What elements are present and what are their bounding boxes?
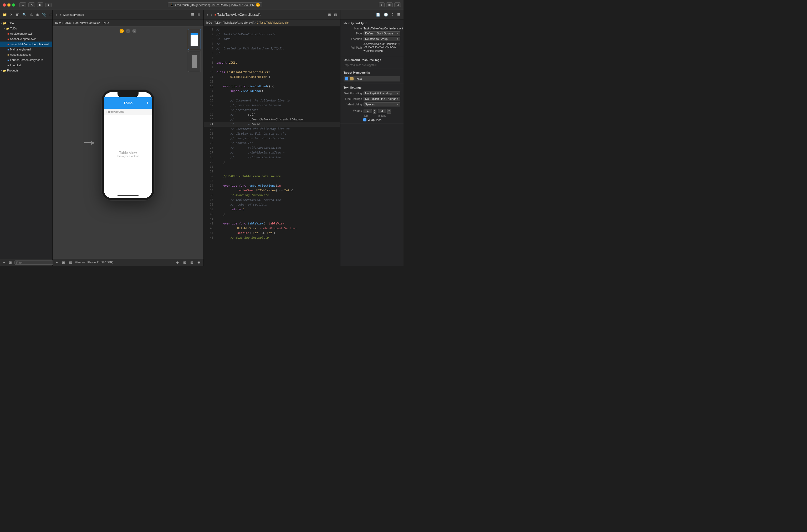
bc-todo3[interactable]: ToDo bbox=[102, 21, 109, 24]
location-dropdown[interactable]: Relative to Group ▼ bbox=[364, 37, 400, 41]
run-button[interactable]: ▶ bbox=[37, 2, 43, 7]
more-inspector-btn[interactable]: ☰ bbox=[396, 12, 401, 17]
editor-mode-btn[interactable]: ☰ bbox=[190, 12, 195, 17]
line-content: // .rightBarButtonItem = bbox=[216, 150, 284, 155]
storyboard-breadcrumb: Main.storyboard bbox=[63, 13, 189, 16]
editor-options-btn[interactable]: ⊟ bbox=[333, 12, 338, 17]
type-dropdown[interactable]: Default - Swift Source ▼ bbox=[364, 31, 400, 36]
add-file-button[interactable]: + bbox=[2, 260, 6, 265]
quick-help-btn[interactable]: ? bbox=[391, 12, 395, 17]
target-checkbox[interactable]: ✓ bbox=[345, 77, 348, 80]
line-number: 31 bbox=[206, 169, 213, 174]
code-bc-todo[interactable]: ToDo bbox=[206, 21, 212, 24]
version-control-btn[interactable]: ⊞ bbox=[8, 260, 13, 265]
source-control-btn[interactable]: ✕ bbox=[9, 12, 14, 17]
close-button[interactable] bbox=[3, 3, 6, 6]
tree-launch-storyboard[interactable]: ■ LaunchScreen.storyboard bbox=[0, 57, 52, 62]
nav-forward-btn[interactable]: › bbox=[59, 12, 62, 17]
file-inspector-btn[interactable]: 📄 bbox=[375, 12, 381, 17]
editor-split-btn[interactable]: ⊞ bbox=[327, 12, 332, 17]
scheme-button[interactable]: ✕ bbox=[28, 2, 35, 7]
tree-info-plist[interactable]: ■ Info.plist bbox=[0, 62, 52, 68]
location-dropdown-value: Relative to Group bbox=[365, 37, 388, 40]
titlebar: ☰ ✕ ▶ ■ 📱 iPod touch (7th generation) To… bbox=[0, 0, 404, 10]
tree-main-storyboard[interactable]: ■ Main.storyboard bbox=[0, 47, 52, 52]
test-btn[interactable]: ◉ bbox=[35, 12, 40, 17]
error-indicator[interactable]: ✕ bbox=[132, 29, 136, 33]
debug-btn[interactable]: 📎 bbox=[41, 12, 47, 17]
warning-indicator[interactable]: ⚠ bbox=[120, 29, 124, 33]
canvas-area[interactable]: ⚠ ℹ ✕ ▶ ToDo + Prototype Cells bbox=[53, 26, 204, 259]
history-btn[interactable]: 🕐 bbox=[383, 12, 389, 17]
search-btn[interactable]: 🔍 bbox=[21, 12, 27, 17]
code-bc-todo2[interactable]: ToDo bbox=[214, 21, 220, 24]
code-nav-back[interactable]: ‹ bbox=[206, 12, 209, 17]
line-endings-dropdown[interactable]: No Explicit Line Endings ▼ bbox=[364, 97, 400, 101]
bc-todo2[interactable]: ToDo bbox=[64, 21, 71, 24]
filter-input[interactable] bbox=[15, 261, 54, 265]
stop-button[interactable]: ■ bbox=[45, 3, 52, 7]
inspect-btn[interactable]: ◉ bbox=[196, 260, 201, 265]
bc-sep1: › bbox=[62, 21, 63, 24]
tree-taskstablevc[interactable]: ■ TasksTableViewController.swift bbox=[0, 41, 52, 47]
canvas-more-btn[interactable]: ⊟ bbox=[189, 260, 194, 265]
line-number: 33 bbox=[206, 179, 213, 184]
folder-icon: 📁 bbox=[3, 69, 6, 72]
add-tab-button[interactable]: + bbox=[379, 2, 385, 7]
line-number: 13 bbox=[206, 84, 213, 89]
symbol-btn[interactable]: ◧ bbox=[15, 12, 20, 17]
wrap-lines-checkbox[interactable]: ✓ bbox=[363, 118, 366, 121]
preview-item-2[interactable] bbox=[188, 51, 201, 72]
code-line: 15 bbox=[204, 94, 340, 98]
tab-width-input[interactable] bbox=[364, 109, 372, 113]
canvas-options-btn[interactable]: ⊞ bbox=[196, 12, 201, 17]
code-editor[interactable]: 1 // 2 // TasksTableViewController.swift… bbox=[204, 26, 340, 266]
info-indicator[interactable]: ℹ bbox=[126, 29, 130, 33]
sidebar-toggle-button[interactable]: ☰ bbox=[19, 2, 26, 7]
code-line: 13 override func viewDidLoad() { bbox=[204, 84, 340, 89]
preview-item-1[interactable] bbox=[188, 29, 201, 50]
tree-scenedelegate[interactable]: ■ SceneDelegate.swift bbox=[0, 36, 52, 41]
file-tree: ▾ 📁 ToDo ▾ 📁 ToDo ■ AppDelegate.swift ■ … bbox=[0, 19, 52, 259]
folder-icon-btn[interactable]: 📁 bbox=[2, 12, 8, 17]
zoom-btn[interactable]: ⊕ bbox=[175, 260, 180, 265]
status-display[interactable]: 📱 iPod touch (7th generation) ToDo: Read… bbox=[168, 2, 262, 7]
indent-dropdown[interactable]: Spaces ▼ bbox=[364, 102, 400, 107]
tree-products-folder[interactable]: ▾ 📁 Products bbox=[0, 68, 52, 73]
tree-appdelegate[interactable]: ■ AppDelegate.swift bbox=[0, 31, 52, 36]
tree-todo-folder[interactable]: ▾ 📁 ToDo bbox=[0, 26, 52, 31]
code-line: 3 // ToDo bbox=[204, 37, 340, 41]
line-number: 12 bbox=[206, 79, 213, 84]
bc-todo1[interactable]: ToDo bbox=[55, 21, 61, 24]
tree-assets[interactable]: ■ Assets.xcassets bbox=[0, 52, 52, 57]
tab-decrement-btn[interactable]: ▼ bbox=[373, 111, 377, 114]
tab-increment-btn[interactable]: ▲ bbox=[373, 109, 377, 111]
tree-root-todo[interactable]: ▾ 📁 ToDo bbox=[0, 20, 52, 26]
panel-toggle-button[interactable]: ⊟ bbox=[394, 2, 401, 7]
code-line: 27 // .rightBarButtonItem = bbox=[204, 150, 340, 155]
code-line: 41 bbox=[204, 216, 340, 221]
code-bc-file[interactable]: TasksTableVi...ntroller.swift bbox=[223, 21, 254, 24]
line-content bbox=[216, 65, 218, 70]
zoom-fit-btn[interactable]: ⊞ bbox=[182, 260, 187, 265]
add-object-btn[interactable]: + bbox=[55, 260, 59, 265]
minimize-button[interactable] bbox=[7, 3, 11, 6]
nav-back-btn[interactable]: ‹ bbox=[55, 12, 58, 17]
fullscreen-button[interactable] bbox=[12, 3, 15, 6]
reveal-in-finder-btn[interactable]: ⊟ bbox=[398, 42, 400, 46]
encoding-dropdown[interactable]: No Explicit Encoding ▼ bbox=[364, 91, 400, 95]
line-number: 38 bbox=[206, 203, 213, 207]
iphone-add-button[interactable]: + bbox=[146, 100, 149, 106]
issue-btn[interactable]: ⚠ bbox=[28, 12, 34, 17]
indent-increment-btn[interactable]: ▲ bbox=[387, 109, 391, 111]
layout-button[interactable]: ⊞ bbox=[386, 2, 393, 7]
adjust-btn[interactable]: ⊞ bbox=[61, 260, 66, 265]
constraint-btn[interactable]: ⊟ bbox=[68, 260, 73, 265]
code-bc-class[interactable]: C TasksTableViewController bbox=[257, 21, 289, 24]
indent-width-input[interactable] bbox=[378, 109, 386, 113]
swift-file-icon: ■ bbox=[7, 43, 9, 46]
indent-decrement-btn[interactable]: ▼ bbox=[387, 111, 391, 114]
bc-rootvc[interactable]: Root View Controller bbox=[73, 21, 100, 24]
code-nav-forward[interactable]: › bbox=[210, 12, 213, 17]
breadcrumb-item[interactable]: Main.storyboard bbox=[63, 13, 84, 16]
